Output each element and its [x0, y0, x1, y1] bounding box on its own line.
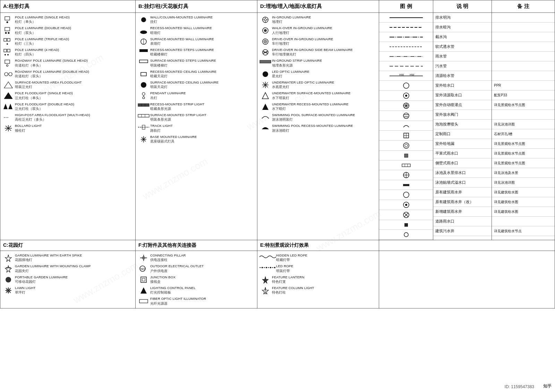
svg-point-130	[262, 267, 263, 268]
list-item: SURFACE-MOUNTED AREA FLOODLIGHT明装泛光灯	[2, 79, 134, 90]
symbol-a8	[2, 91, 15, 99]
svg-point-105	[405, 204, 407, 206]
svg-point-13	[7, 65, 8, 67]
label-c4: LAWN LIGHT草坪灯	[15, 286, 134, 295]
symbol-d3	[259, 37, 272, 45]
symbol-d4	[259, 48, 272, 56]
list-item: ROADWAY POLE LUMINAIRE (SINGLE HEAD)街道柱灯…	[2, 58, 134, 68]
legend-bottom-spacer	[379, 240, 555, 251]
svg-rect-128	[139, 299, 148, 303]
svg-point-81	[405, 95, 407, 97]
svg-rect-95	[404, 154, 408, 157]
header-legend: 图 例	[379, 0, 433, 13]
label-d8: UNDERWATER SURFACE-MOUNTED LUMINAIRE水下明装…	[272, 91, 377, 100]
content-row: POLE LUMINAIRE (SINGLE HEAD)柱灯（单头） POLE …	[0, 13, 555, 240]
svg-marker-68	[262, 93, 268, 99]
list-item: SURFACE-MOUNTED STEPS LUMINAIRE明装楼梯灯	[137, 58, 256, 68]
svg-rect-2	[5, 27, 10, 31]
header-desc: 说 明	[433, 0, 492, 13]
symbol-c4	[2, 286, 15, 294]
list-item: IN-GROUND LUMINAIRE地埋灯	[259, 14, 377, 25]
label-a8: POLE FLOODLIGHT (SINGLE HEAD)泛光灯柱（单头）	[15, 91, 134, 100]
col-e-header: E:特别景观设计灯效果	[257, 240, 379, 251]
symbol-a7	[2, 80, 15, 89]
symbol-d1	[259, 15, 272, 24]
svg-marker-111	[5, 255, 11, 262]
list-item: POLE FLOODLIGHT (DOUBLE HEAD)泛光灯柱（双头）	[2, 101, 134, 112]
svg-marker-134	[262, 277, 268, 284]
svg-marker-69	[262, 104, 268, 110]
label-b9: RECESS-MOUNTED STRIP LIGHT暗藏条形光源	[150, 102, 256, 111]
label-d11: SWIMMING POOL RECESS-MOUNTED LUMINAIRE游泳…	[272, 124, 377, 132]
legend-icon-column: HW HW	[379, 13, 433, 240]
symbol-f1	[137, 253, 150, 262]
label-b6: RECESS-MOUNTED CEILING LUMINAIRE暗藏天花灯	[150, 70, 256, 78]
label-b10: SURFACE-MOUNTED STRIP LIGHT明装条形光源	[150, 113, 256, 122]
label-f3: JUNCTION BOX接线盒	[150, 275, 256, 284]
list-item: TRACK LIGHT路轨灯	[137, 123, 256, 133]
label-a7: SURFACE-MOUNTED AREA FLOODLIGHT明装泛光灯	[15, 80, 134, 89]
svg-point-132	[270, 267, 271, 268]
list-item: RECESS-MOUNTED STEPS LUMINAIRE暗藏楼梯灯	[137, 47, 256, 58]
svg-marker-17	[4, 93, 12, 99]
header-row: A:柱形灯具 B:挂灯/柱/天花板灯具 D:埋地/埋入/地面/水底灯具 图 例 …	[0, 0, 555, 13]
svg-point-94	[405, 144, 408, 147]
list-item: IN-GROUND STRIP LUMINAIRE地埋条形光源	[259, 58, 377, 68]
col-f-content: CONNECTING PILLAR供电连接柱 NO OUTDOOR ELECTR…	[136, 251, 257, 308]
list-item: FEATURE LANTERN特色灯笼	[259, 274, 377, 285]
list-item: WALK-OVER IN-GROUND LUMINAIRE人行地埋灯	[259, 25, 377, 36]
svg-rect-96	[402, 164, 410, 167]
symbol-c3	[2, 275, 15, 284]
list-item: UNDERWATER RECESS-MOUNTED LUMINAIRE水下暗灯	[259, 101, 377, 112]
list-item: LIGHTING CONTROL PANEL灯光控制箱板	[137, 285, 256, 296]
col-c-content: GARDEN LUMINAIRE WITH EARTH SPIKE花园插地灯 G…	[0, 251, 136, 308]
symbol-b2	[137, 26, 150, 34]
label-a3: POLE LUMINAIRE (TRIPLE HEAD)柱灯（三头）	[15, 37, 134, 46]
label-f4: LIGHTING CONTROL PANEL灯光控制箱板	[150, 286, 256, 295]
svg-point-103	[403, 192, 409, 198]
svg-point-114	[6, 277, 11, 282]
svg-text:···: ···	[3, 114, 9, 121]
svg-rect-125	[141, 277, 146, 282]
svg-rect-5	[4, 38, 7, 41]
label-c2: GARDEN LUMINAIRE WITH MOUNTING CLAMP花园夹灯	[15, 264, 134, 273]
svg-rect-30	[139, 60, 148, 63]
col-e-content: HIDDEN LED ROPE暗藏灯带 LED ROPE明装灯带 FEATURE…	[257, 251, 379, 308]
list-item: POLE LUMINAIRE (TRIPLE HEAD)柱灯（三头）	[2, 36, 134, 47]
list-item: WALL/COLUMN-MOUNTED LUMINAIRE挂灯	[137, 14, 256, 25]
svg-text:HW: HW	[410, 73, 415, 76]
label-b11: TRACK LIGHT路轨灯	[150, 124, 256, 132]
label-e1: HIDDEN LED ROPE暗藏灯带	[276, 253, 377, 262]
legend-note-column: PPR 配泵P33 详见景观给水节点图 详见泳池详图 石材开孔/槽 详见景观给水…	[492, 13, 555, 240]
symbol-b11	[137, 124, 150, 130]
symbol-d6	[259, 70, 272, 78]
list-item: FEATURE COLUMN LIGHT特色灯柱	[259, 285, 377, 296]
symbol-d8	[259, 91, 272, 99]
header-b: B:挂灯/柱/天花板灯具	[136, 0, 257, 13]
symbol-e3	[259, 275, 272, 284]
svg-point-93	[403, 143, 409, 148]
symbol-b6	[137, 70, 150, 78]
symbol-d5	[259, 59, 272, 64]
svg-point-49	[264, 19, 266, 21]
label-f1: CONNECTING PILLAR供电连接柱	[150, 253, 256, 262]
symbol-d10	[259, 113, 272, 120]
svg-rect-126	[142, 278, 145, 281]
col-a-content: POLE LUMINAIRE (SINGLE HEAD)柱灯（单头） POLE …	[0, 13, 136, 240]
symbol-a11	[2, 124, 15, 132]
svg-marker-127	[140, 287, 147, 294]
label-a2: POLE LUMINAIRE (DOUBLE HEAD)柱灯（双头）	[15, 26, 134, 35]
symbol-e2	[259, 264, 276, 270]
svg-rect-102	[403, 184, 409, 186]
bottom-row: C:花园灯 F:灯附件及其他有关连接器 E:特别景观设计灯效果	[0, 240, 555, 251]
svg-rect-0	[5, 17, 10, 20]
svg-point-10	[5, 54, 6, 55]
label-d4: DRIVE-OVER IN-GROUND SIDE BEAM LUMINAIRE…	[272, 48, 377, 56]
list-item: JUNCTION BOX接线盒	[137, 274, 256, 285]
symbol-b5	[137, 59, 150, 63]
svg-rect-6	[7, 38, 10, 41]
list-item: RECESS-MOUNTED WALL LUMINAIRE暗墙灯	[137, 25, 256, 36]
svg-point-7	[7, 43, 8, 45]
symbol-c1	[2, 253, 15, 262]
symbol-d11	[259, 124, 272, 131]
